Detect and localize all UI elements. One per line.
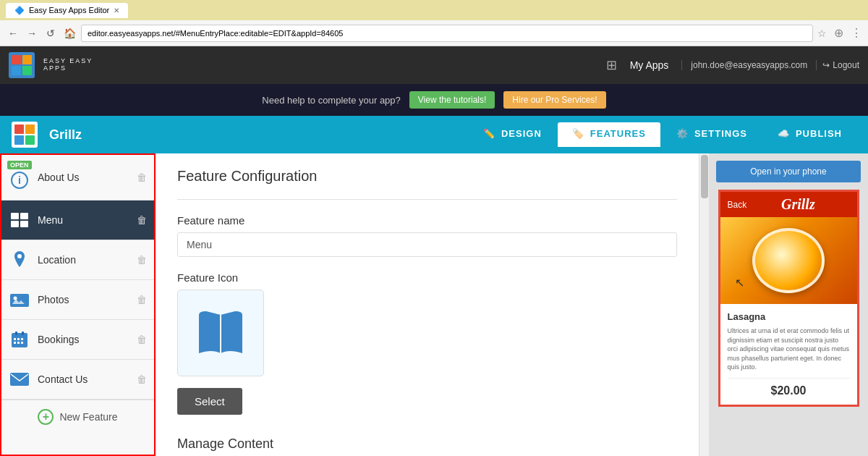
food-description: Ultrices at urna id et erat commodo feli…	[728, 326, 850, 372]
new-feature-icon: +	[38, 409, 54, 425]
reload-btn[interactable]: ↺	[43, 26, 58, 41]
app-name-header: EASY EASY APPS	[43, 58, 93, 72]
app-icon	[12, 122, 38, 148]
tab-publish[interactable]: ☁️ PUBLISH	[763, 122, 856, 147]
tab-close[interactable]: ✕	[114, 7, 119, 14]
open-badge: OPEN	[7, 161, 32, 169]
tutorials-button[interactable]: View the tutorials!	[409, 91, 495, 109]
sidebar-item-about-us[interactable]: OPEN i About Us 🗑	[1, 155, 154, 200]
svg-rect-15	[14, 342, 16, 344]
home-btn[interactable]: 🏠	[62, 26, 77, 41]
sidebar-label-menu: Menu	[38, 214, 129, 226]
phone-screen: Back Grillz ↖ Lasagna Ultrices at urna i…	[718, 190, 859, 407]
logout-icon: ↪	[822, 60, 830, 70]
book-icon	[192, 304, 250, 362]
feature-icon-box	[177, 290, 264, 376]
banner-text: Need help to complete your app?	[262, 95, 401, 106]
svg-text:i: i	[18, 174, 21, 186]
delete-about-us-icon[interactable]: 🗑	[137, 172, 147, 183]
feature-name-label: Feature name	[177, 214, 677, 227]
phone-preview-panel: Open in your phone Back Grillz ↖ Lasagna…	[709, 153, 868, 456]
svg-rect-12	[14, 338, 16, 340]
my-apps-button[interactable]: My Apps	[623, 55, 676, 75]
food-name: Lasagna	[728, 311, 850, 322]
delete-photos-icon[interactable]: 🗑	[137, 294, 147, 305]
main-layout: OPEN i About Us 🗑 Menu 🗑	[0, 153, 868, 456]
svg-rect-9	[12, 333, 27, 347]
menu-icon[interactable]: ⋮	[851, 26, 862, 40]
sidebar-item-menu[interactable]: Menu 🗑	[1, 200, 154, 240]
new-feature-button[interactable]: + New Feature	[1, 400, 154, 434]
svg-point-6	[17, 254, 22, 258]
sidebar-item-location[interactable]: Location 🗑	[1, 240, 154, 280]
header-right: ⊞ My Apps john.doe@easyeasyapps.com ↪ Lo…	[606, 55, 859, 75]
phone-app-name: Grillz	[781, 196, 815, 213]
content-title: Feature Configuration	[177, 168, 677, 185]
menu-icon	[9, 209, 30, 231]
tab-settings[interactable]: ⚙️ SETTINGS	[662, 122, 762, 147]
bookings-icon	[9, 329, 30, 350]
svg-rect-17	[21, 342, 23, 344]
svg-rect-11	[22, 332, 24, 335]
svg-rect-2	[11, 213, 19, 219]
browser-chrome: 🔷 Easy Easy Apps Editor ✕	[0, 0, 868, 20]
main-toolbar: Grillz ✏️ DESIGN 🏷️ FEATURES ⚙️ SETTINGS…	[0, 116, 868, 153]
toolbar-tabs: ✏️ DESIGN 🏷️ FEATURES ⚙️ SETTINGS ☁️ PUB…	[469, 122, 856, 147]
svg-rect-14	[21, 338, 23, 340]
back-btn[interactable]: ←	[6, 26, 20, 41]
tab-title: Easy Easy Apps Editor	[29, 6, 109, 14]
forward-btn[interactable]: →	[25, 26, 39, 41]
help-banner: Need help to complete your app? View the…	[0, 84, 868, 116]
cursor-icon: ↖	[735, 276, 744, 290]
sidebar-item-contact-us[interactable]: Contact Us 🗑	[1, 360, 154, 400]
scrollbar[interactable]	[699, 153, 709, 456]
delete-location-icon[interactable]: 🗑	[137, 254, 147, 266]
user-email: john.doe@easyeasyapps.com	[681, 60, 817, 70]
svg-point-8	[14, 297, 17, 300]
feature-config-panel: Feature Configuration Feature name Featu…	[156, 153, 699, 456]
settings-icon: ⚙️	[676, 128, 689, 139]
app-title: Grillz	[49, 127, 82, 143]
delete-bookings-icon[interactable]: 🗑	[137, 334, 147, 345]
browser-nav: ← → ↺ 🏠 ☆ ⊕ ⋮	[0, 20, 868, 46]
divider-1	[177, 199, 677, 200]
svg-rect-18	[10, 373, 29, 386]
scroll-thumb[interactable]	[701, 155, 708, 198]
app-header: EASY EASY APPS ⊞ My Apps john.doe@easyea…	[0, 46, 868, 84]
photos-icon	[9, 289, 30, 311]
svg-rect-5	[20, 221, 28, 227]
grid-icon[interactable]: ⊞	[606, 57, 617, 73]
delete-menu-icon[interactable]: 🗑	[137, 214, 147, 226]
logout-button[interactable]: ↪ Logout	[822, 60, 859, 70]
delete-contact-icon[interactable]: 🗑	[137, 373, 147, 385]
sidebar: OPEN i About Us 🗑 Menu 🗑	[0, 153, 156, 456]
svg-rect-3	[20, 213, 28, 219]
browser-tab[interactable]: 🔷 Easy Easy Apps Editor ✕	[6, 3, 128, 18]
bookmark-icon[interactable]: ☆	[817, 28, 827, 39]
about-us-icon: i	[9, 169, 30, 191]
pro-services-button[interactable]: Hire our Pro Services!	[503, 91, 605, 109]
features-icon: 🏷️	[572, 128, 584, 139]
food-image: ↖	[720, 217, 857, 304]
select-button[interactable]: Select	[177, 388, 242, 415]
address-bar[interactable]	[81, 25, 813, 42]
tab-design[interactable]: ✏️ DESIGN	[469, 122, 556, 147]
svg-rect-4	[11, 221, 19, 227]
sidebar-item-bookings[interactable]: Bookings 🗑	[1, 320, 154, 360]
contact-us-icon	[9, 368, 30, 390]
sidebar-label-contact-us: Contact Us	[38, 373, 129, 385]
tab-features[interactable]: 🏷️ FEATURES	[558, 122, 660, 147]
feature-icon-label: Feature Icon	[177, 271, 677, 284]
sidebar-label-location: Location	[38, 254, 129, 266]
phone-header: Back Grillz	[720, 192, 857, 217]
svg-rect-13	[17, 338, 20, 340]
sidebar-label-bookings: Bookings	[38, 334, 129, 345]
sidebar-item-photos[interactable]: Photos 🗑	[1, 280, 154, 320]
phone-back-button[interactable]: Back	[728, 200, 747, 210]
feature-name-input[interactable]	[177, 232, 677, 257]
open-in-phone-button[interactable]: Open in your phone	[716, 161, 861, 182]
publish-icon: ☁️	[778, 128, 790, 139]
manage-content-title: Manage Content	[177, 436, 677, 452]
location-icon	[9, 249, 30, 271]
design-icon: ✏️	[483, 128, 495, 139]
